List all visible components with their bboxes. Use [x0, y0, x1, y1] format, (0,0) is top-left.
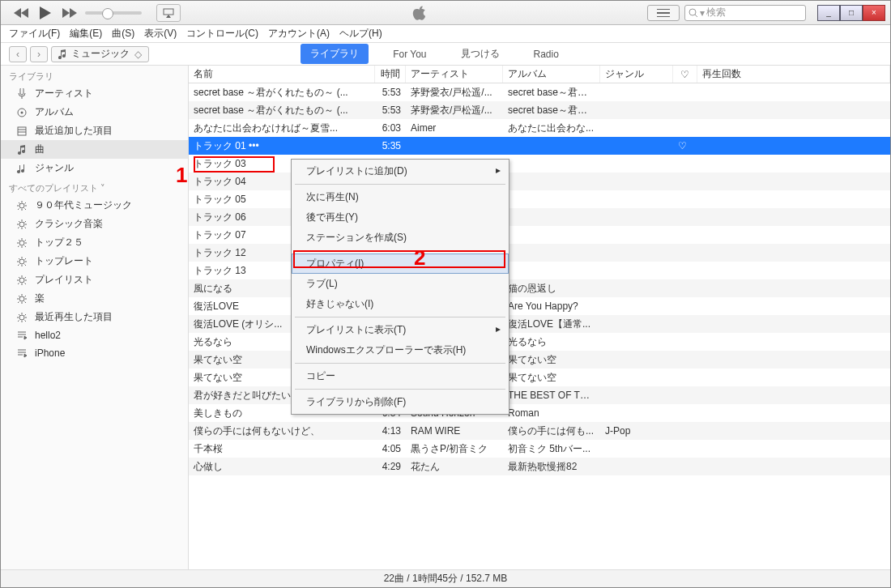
- category-label: ミュージック: [71, 47, 130, 61]
- gear-icon: [15, 311, 28, 324]
- table-row[interactable]: 千本桜4:05黒うさP/初音ミク初音ミク 5thバー...: [189, 440, 890, 458]
- table-row[interactable]: あなたに出会わなければ～夏雪...6:03Aimerあなたに出会わな...: [189, 119, 890, 137]
- sidebar-item[interactable]: iPhone: [1, 344, 188, 362]
- sidebar-item[interactable]: トップ２５: [1, 233, 188, 252]
- minimize-button[interactable]: _: [817, 5, 840, 21]
- col-plays[interactable]: 再生回数: [697, 66, 890, 83]
- menu-bar: ファイル(F)編集(E)曲(S)表示(V)コントロール(C)アカウント(A)ヘル…: [1, 25, 890, 43]
- sidebar-label: トップレート: [35, 254, 93, 268]
- sidebar: ライブラリアーティストアルバム最近追加した項目曲ジャンルすべてのプレイリスト ˅…: [1, 66, 189, 576]
- nav-tab[interactable]: Radio: [524, 45, 569, 63]
- nav-tab[interactable]: ライブラリ: [301, 44, 369, 64]
- col-fav[interactable]: ♡: [673, 66, 697, 83]
- search-icon: [688, 8, 698, 18]
- submenu-arrow-icon: ▸: [496, 323, 501, 334]
- sidebar-item[interactable]: hello2: [1, 326, 188, 344]
- nav-tab[interactable]: 見つける: [451, 44, 509, 64]
- menu-item[interactable]: 曲(S): [112, 27, 134, 40]
- sidebar-item[interactable]: 最近追加した項目: [1, 121, 188, 140]
- sidebar-item[interactable]: プレイリスト: [1, 271, 188, 289]
- sidebar-item[interactable]: 最近再生した項目: [1, 308, 188, 326]
- sidebar-label: トップ２５: [35, 236, 83, 249]
- sidebar-item[interactable]: クラシック音楽: [1, 215, 188, 233]
- sidebar-item[interactable]: 楽: [1, 289, 188, 308]
- previous-button[interactable]: [12, 4, 30, 22]
- airplay-button[interactable]: [156, 4, 181, 22]
- context-menu-item[interactable]: ステーションを作成(S): [292, 228, 509, 248]
- cell: secret base ～君がくれたもの～ (...: [189, 104, 375, 117]
- nav-tab[interactable]: For You: [383, 45, 436, 63]
- table-row[interactable]: トラック 01 •••5:35♡: [189, 137, 890, 155]
- next-button[interactable]: [61, 4, 79, 22]
- annotation-number-1: 1: [176, 163, 187, 188]
- col-artist[interactable]: アーティスト: [406, 66, 503, 83]
- sidebar-label: アーティスト: [35, 87, 93, 100]
- context-menu-item[interactable]: プレイリストに追加(D)▸: [292, 161, 509, 181]
- table-row[interactable]: 心做し4:29花たん最新热歌慢摇82: [189, 458, 890, 475]
- cell: 果てない空: [503, 353, 600, 367]
- close-button[interactable]: ×: [863, 5, 885, 21]
- menu-item[interactable]: ヘルプ(H): [339, 27, 382, 40]
- sidebar-label: 最近再生した項目: [35, 310, 113, 324]
- svg-rect-0: [164, 9, 173, 15]
- cell: J-Pop: [600, 425, 673, 437]
- svg-rect-4: [18, 127, 26, 135]
- col-genre[interactable]: ジャンル: [600, 66, 673, 83]
- menu-separator: [295, 389, 505, 390]
- cell: 4:29: [375, 461, 406, 472]
- menu-item[interactable]: ファイル(F): [9, 27, 60, 40]
- table-row[interactable]: secret base ～君がくれたもの～ (...5:53茅野愛衣/戸松遥/.…: [189, 83, 890, 101]
- cell: 千本桜: [189, 442, 375, 456]
- context-menu-item[interactable]: 後で再生(Y): [292, 207, 509, 228]
- sidebar-item[interactable]: アーティスト: [1, 84, 188, 103]
- forward-button[interactable]: ›: [30, 46, 48, 62]
- svg-point-8: [19, 259, 24, 264]
- cell: 6:03: [375, 122, 406, 134]
- context-menu-item[interactable]: 次に再生(N): [292, 187, 509, 207]
- list-icon: [15, 125, 28, 138]
- list-view-button[interactable]: [647, 5, 680, 21]
- volume-slider[interactable]: [85, 11, 142, 15]
- context-menu-item[interactable]: プレイリストに表示(T)▸: [292, 320, 509, 340]
- col-name[interactable]: 名前: [189, 66, 375, 83]
- sidebar-item[interactable]: アルバム: [1, 103, 188, 121]
- col-time[interactable]: 時間: [375, 66, 406, 83]
- cell: 最新热歌慢摇82: [503, 460, 600, 474]
- gear-icon: [15, 199, 28, 212]
- cell: 茅野愛衣/戸松遥/...: [406, 86, 503, 100]
- sidebar-item[interactable]: ９０年代ミュージック: [1, 196, 188, 215]
- context-menu-item[interactable]: プロパティ(I): [292, 254, 509, 274]
- sidebar-item[interactable]: 曲: [1, 140, 188, 159]
- cell: Aimer: [406, 122, 503, 134]
- context-menu-item[interactable]: コピー: [292, 366, 509, 386]
- table-row[interactable]: secret base ～君がくれたもの～ (...5:53茅野愛衣/戸松遥/.…: [189, 101, 890, 119]
- maximize-button[interactable]: □: [840, 5, 863, 21]
- cell: あなたに出会わなければ～夏雪...: [189, 121, 375, 135]
- back-button[interactable]: ‹: [9, 46, 27, 62]
- status-bar: 22曲 / 1時間45分 / 152.7 MB: [1, 569, 890, 587]
- cell: 僕らの手には何も...: [503, 424, 600, 438]
- play-button[interactable]: [36, 4, 54, 22]
- menu-item[interactable]: コントロール(C): [186, 27, 258, 40]
- bars-icon: [15, 162, 28, 175]
- sidebar-item[interactable]: トップレート: [1, 252, 188, 271]
- col-album[interactable]: アルバム: [503, 66, 600, 83]
- mic-icon: [15, 87, 28, 100]
- svg-point-3: [21, 111, 23, 113]
- table-row[interactable]: 僕らの手には何もないけど、4:13RAM WIRE僕らの手には何も...J-Po…: [189, 422, 890, 440]
- context-menu-item[interactable]: 好きじゃない(I): [292, 294, 509, 314]
- sidebar-item[interactable]: ジャンル: [1, 159, 188, 177]
- cell: 茅野愛衣/戸松遥/...: [406, 104, 503, 117]
- cell: 黒うさP/初音ミク: [406, 442, 503, 456]
- context-menu-item[interactable]: Windowsエクスプローラーで表示(H): [292, 340, 509, 360]
- menu-item[interactable]: 編集(E): [70, 27, 102, 40]
- category-select[interactable]: ミュージック ◇: [51, 46, 149, 62]
- menu-item[interactable]: アカウント(A): [268, 27, 330, 40]
- search-input[interactable]: ▾ 検索: [684, 5, 806, 21]
- menu-item[interactable]: 表示(V): [144, 27, 177, 40]
- cell: トラック 01 •••: [189, 139, 375, 153]
- menu-separator: [295, 363, 505, 364]
- sidebar-label: iPhone: [35, 347, 65, 359]
- context-menu-item[interactable]: ラブ(L): [292, 274, 509, 294]
- context-menu-item[interactable]: ライブラリから削除(F): [292, 392, 509, 412]
